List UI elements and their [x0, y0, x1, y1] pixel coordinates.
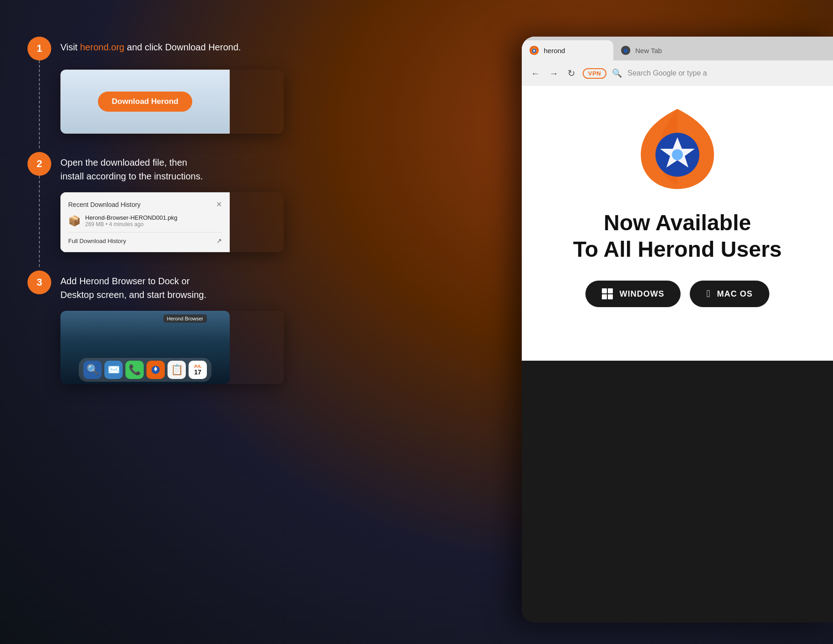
step-3: 3 Add Herond Browser to Dock orDesktop s… — [27, 271, 284, 384]
svg-point-10 — [672, 149, 683, 160]
hero-title-line2: To All Herond Users — [573, 237, 782, 261]
search-icon: 🔍 — [612, 68, 622, 78]
browser-panel: herond New Tab ← → ↻ VPN 🔍 Search Google… — [522, 37, 833, 622]
finder-icon: 🔍 — [83, 361, 102, 379]
download-herond-button[interactable]: Download Herond — [98, 92, 192, 112]
step-1-text: Visit herond.org and click Download Hero… — [60, 37, 241, 54]
hero-title: Now Available To All Herond Users — [573, 210, 782, 262]
full-download-history-link[interactable]: Full Download History ↗ — [68, 237, 222, 244]
download-meta: 269 MB • 4 minutes ago — [85, 221, 178, 227]
instructions-panel: 1 Visit herond.org and click Download He… — [27, 37, 284, 402]
step-1: 1 Visit herond.org and click Download He… — [27, 37, 284, 134]
vpn-badge[interactable]: VPN — [583, 68, 606, 79]
calendar-icon: JUL 17 — [189, 361, 207, 379]
download-history-title: Recent Download History — [68, 201, 141, 208]
step-2: 2 Open the downloaded file, theninstall … — [27, 152, 284, 252]
browser-chrome: herond New Tab ← → ↻ VPN 🔍 Search Google… — [522, 37, 833, 86]
windows-icon — [602, 288, 613, 299]
file-icon: 📦 — [68, 215, 81, 227]
dock-bar: 🔍 ✉️ 📞 📋 JUL 17 — [79, 358, 211, 382]
download-item: 📦 Herond-Browser-HEROND001.pkg 269 MB • … — [68, 214, 222, 227]
platform-buttons: WINDOWS  MAC OS — [585, 281, 769, 307]
download-history-panel: Recent Download History ✕ 📦 Herond-Brows… — [60, 192, 230, 252]
refresh-button[interactable]: ↻ — [566, 66, 577, 81]
step-3-image: Herond Browser 🔍 ✉️ 📞 📋 JUL — [60, 311, 284, 384]
step-number-3: 3 — [27, 271, 51, 294]
herond-logo-large — [632, 104, 723, 196]
herond-dock-icon[interactable] — [146, 361, 165, 379]
step-1-image: Download Herond — [60, 70, 284, 134]
tab-herond-label: herond — [544, 47, 565, 54]
step-2-image: Recent Download History ✕ 📦 Herond-Brows… — [60, 192, 284, 252]
divider — [68, 232, 222, 233]
address-bar: ← → ↻ VPN 🔍 Search Google or type a — [522, 60, 833, 86]
close-download-history-button[interactable]: ✕ — [216, 200, 222, 209]
dock-preview: Herond Browser 🔍 ✉️ 📞 📋 JUL — [60, 311, 230, 384]
step-2-text: Open the downloaded file, theninstall ac… — [60, 152, 203, 183]
reminders-icon: 📋 — [168, 361, 186, 379]
back-button[interactable]: ← — [529, 66, 542, 81]
tab-bar: herond New Tab — [522, 37, 833, 60]
facetime-icon: 📞 — [125, 361, 144, 379]
dock-tooltip: Herond Browser — [163, 314, 207, 323]
download-preview: Download Herond — [60, 70, 230, 134]
search-input-placeholder[interactable]: Search Google or type a — [627, 69, 707, 77]
step-connector-1 — [39, 60, 40, 148]
download-filename: Herond-Browser-HEROND001.pkg — [85, 214, 178, 221]
step-number-1: 1 — [27, 37, 51, 60]
windows-button[interactable]: WINDOWS — [585, 281, 681, 307]
external-link-icon: ↗ — [216, 237, 222, 244]
download-item-info: Herond-Browser-HEROND001.pkg 269 MB • 4 … — [85, 214, 178, 227]
download-history-header: Recent Download History ✕ — [68, 200, 222, 209]
tab-new-tab-label: New Tab — [635, 47, 662, 54]
browser-frame: herond New Tab ← → ↻ VPN 🔍 Search Google… — [522, 37, 833, 622]
step-connector-2 — [39, 176, 40, 267]
windows-label: WINDOWS — [619, 289, 664, 299]
mail-icon: ✉️ — [104, 361, 123, 379]
hero-title-line1: Now Available — [604, 211, 751, 235]
forward-button[interactable]: → — [547, 66, 560, 81]
svg-point-7 — [623, 49, 627, 53]
browser-content: Now Available To All Herond Users WINDOW… — [522, 86, 833, 361]
new-tab-icon — [621, 45, 631, 55]
herond-link[interactable]: herond.org — [80, 42, 124, 52]
step-3-text: Add Herond Browser to Dock orDesktop scr… — [60, 271, 206, 302]
macos-label: MAC OS — [717, 289, 753, 299]
tab-new-tab[interactable]: New Tab — [613, 40, 669, 60]
apple-icon:  — [706, 288, 710, 300]
tab-herond[interactable]: herond — [522, 40, 613, 60]
step-number-2: 2 — [27, 152, 51, 176]
herond-tab-icon — [529, 45, 539, 55]
macos-button[interactable]:  MAC OS — [690, 281, 769, 307]
